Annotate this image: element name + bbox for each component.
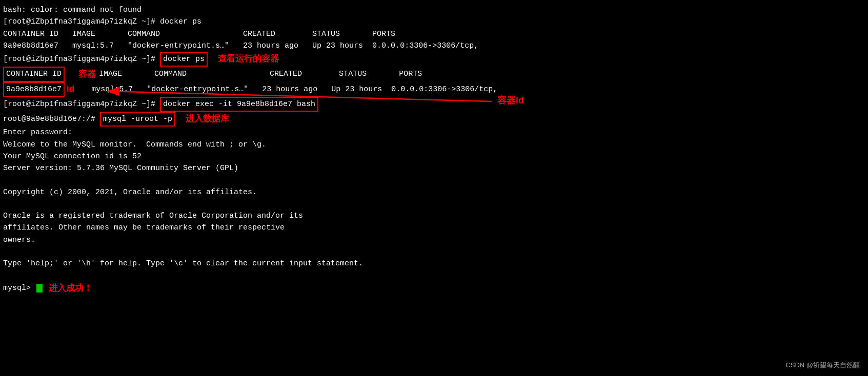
root-prompt: root@9a9e8b8d16e7:/# [3,113,100,125]
prompt-3: [root@iZbp1fna3figgam4p7izkqZ ~]# [3,98,160,110]
container-id-value-box: 9a9e8b8d16e7 [3,82,65,97]
line-bash-error: bash: color: command not found [3,4,865,16]
line-mysql-prompt-row: mysql> 进入成功！ [3,282,865,295]
mysql-cmd-box: mysql -uroot -p [100,112,175,127]
line-blank1 [3,174,865,186]
annotation-success: 进入成功！ [49,282,92,295]
line-type-help: Type 'help;' or '\h' for help. Type '\c'… [3,258,865,269]
line-second-data-row: 9a9e8b8d16e7id mysql:5.7 "docker-entrypo… [3,82,865,97]
line-second-header-row: CONTAINER ID 容器IMAGE COMMAND CREATED STA… [3,67,865,81]
line-second-docker-ps-row: [root@iZbp1fna3figgam4p7izkqZ ~]# docker… [3,52,865,67]
line-welcome: Welcome to the MySQL monitor. Commands e… [3,139,865,151]
mysql-prompt: mysql> [3,282,35,294]
terminal: bash: color: command not found [root@iZb… [0,0,868,299]
line-exec-row: [root@iZbp1fna3figgam4p7izkqZ ~]# docker… [3,97,865,112]
line-oracle3: owners. [3,234,865,246]
prompt-2: [root@iZbp1fna3figgam4p7izkqZ ~]# [3,53,160,65]
line-mysql-row: root@9a9e8b8d16e7:/# mysql -uroot -p进入数据… [3,112,865,127]
line-blank3 [3,246,865,258]
line-oracle2: affiliates. Other names may be trademark… [3,222,865,234]
line-blank2 [3,198,865,210]
line-first-data: 9a9e8b8d16e7 mysql:5.7 "docker-entrypoin… [3,40,865,52]
line-first-docker-ps: [root@iZbp1fna3figgam4p7izkqZ ~]# docker… [3,16,865,28]
line-oracle1: Oracle is a registered trademark of Orac… [3,210,865,222]
cursor-block [36,284,43,293]
line-copyright: Copyright (c) 2000, 2021, Oracle and/or … [3,186,865,198]
line-first-header: CONTAINER ID IMAGE COMMAND CREATED STATU… [3,28,865,40]
annotation-id: id [67,82,74,96]
annotation-enter-db: 进入数据库 [186,112,229,126]
header-rest: IMAGE COMMAND CREATED STATUS PORTS [99,68,422,80]
line-enter-password: Enter password: [3,127,865,138]
line-server-version: Server version: 5.7.36 MySQL Community S… [3,162,865,174]
annotation-check-running: 查看运行的容器 [218,52,279,66]
annotation-container: 容器 [78,68,96,81]
data-rest: mysql:5.7 "docker-entrypoint.s…" 23 hour… [77,83,497,95]
docker-ps-box: docker ps [160,52,208,67]
container-id-box: CONTAINER ID [3,67,65,81]
docker-exec-box: docker exec -it 9a9e8b8d16e7 bash [160,97,318,112]
line-connection-id: Your MySQL connection id is 52 [3,151,865,162]
header-space [65,68,78,80]
csdn-watermark: CSDN @祈望每天自然醒 [785,361,860,370]
line-blank4 [3,269,865,281]
